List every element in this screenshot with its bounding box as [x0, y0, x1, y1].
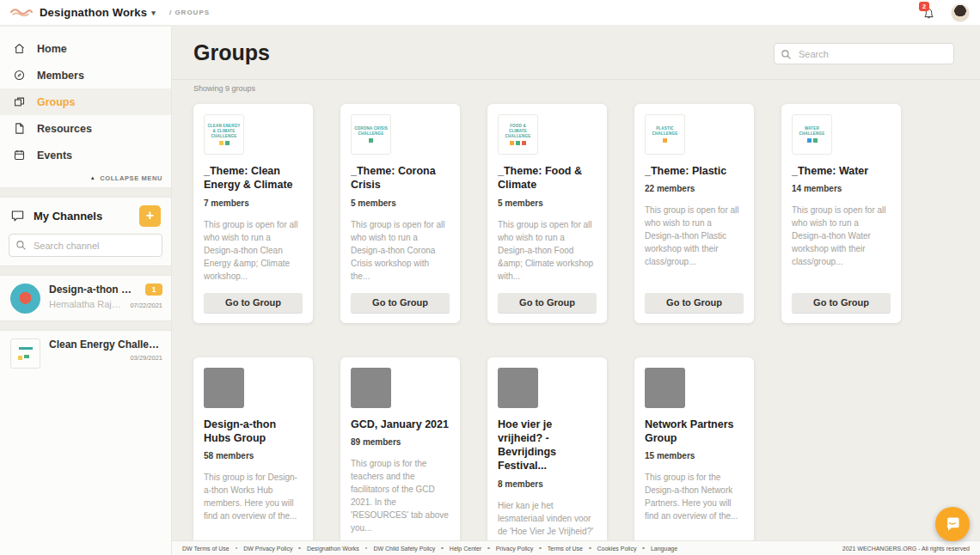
group-title: Design-a-thon Hubs Group	[204, 418, 303, 446]
groups-search-input[interactable]	[774, 43, 954, 64]
group-member-count: 14 members	[792, 184, 891, 193]
triangle-up-icon: ▲	[90, 175, 96, 180]
channel-name: Design-a-thon Works G...	[49, 284, 140, 296]
group-thumbnail-label: CORONA CRISIS CHALLENGE	[354, 126, 388, 137]
group-card: WATER CHALLENGE_Theme: Water14 membersTh…	[781, 104, 901, 323]
footer-link[interactable]: Privacy Policy	[496, 546, 534, 552]
group-description: This group is open for all who wish to r…	[204, 218, 303, 283]
top-bar: Designathon Works ▾ / GROUPS 2	[0, 0, 980, 26]
sidebar-item-members[interactable]: Members	[0, 62, 171, 88]
group-thumbnail-label: PLASTIC CHALLENGE	[648, 126, 682, 137]
sidebar-divider	[0, 265, 171, 276]
sidebar: HomeMembersGroupsResourcesEvents ▲ COLLA…	[0, 27, 172, 555]
footer-link[interactable]: DW Child Safety Policy	[373, 546, 435, 552]
chat-fab-button[interactable]	[935, 507, 970, 541]
footer-link[interactable]: DW Terms of Use	[182, 546, 230, 552]
group-title: _Theme: Corona Crisis	[351, 164, 450, 192]
group-thumbnail: WATER CHALLENGE	[792, 114, 832, 155]
group-description: This group is for the teachers and the f…	[351, 457, 450, 534]
group-member-count: 5 members	[351, 198, 450, 208]
chat-bubble-icon	[944, 515, 961, 533]
group-title: Hoe vier je vrijheid? - Bevrijdings Fest…	[498, 418, 597, 473]
footer-link-separator	[642, 547, 645, 550]
group-title: Network Partners Group	[645, 418, 744, 446]
groups-icon	[13, 95, 27, 109]
group-thumbnail-label: WATER CHALLENGE	[795, 126, 829, 137]
user-avatar[interactable]	[951, 3, 970, 22]
group-card: PLASTIC CHALLENGE_Theme: Plastic22 membe…	[634, 104, 754, 323]
notification-count-badge: 2	[919, 2, 929, 11]
group-thumbnail-label: CLEAN ENERGY & CLIMATE CHALLENGE	[207, 124, 241, 140]
group-thumbnail-label: FOOD & CLIMATE CHALLENGE	[501, 124, 535, 140]
channel-list-item[interactable]: Design-a-thon Works G...1Hemalatha Rajes…	[0, 276, 171, 320]
group-card: Design-a-thon Hubs Group58 membersThis g…	[193, 357, 313, 555]
footer-link[interactable]: Cookies Policy	[597, 546, 637, 552]
group-member-count: 89 members	[351, 437, 450, 447]
group-thumbnail-photo	[351, 368, 391, 408]
footer-link[interactable]: Designathon Works	[307, 546, 359, 552]
footer-link[interactable]: DW Privacy Policy	[243, 546, 292, 552]
footer-link-separator	[487, 547, 490, 550]
channel-search-input[interactable]	[9, 234, 162, 257]
group-title: _Theme: Plastic	[645, 164, 744, 178]
workspace-switcher[interactable]: Designathon Works ▾	[40, 6, 156, 19]
sidebar-item-label: Members	[37, 70, 84, 82]
group-member-count: 8 members	[498, 479, 597, 489]
footer: DW Terms of UseDW Privacy PolicyDesignat…	[172, 540, 980, 555]
sidebar-item-resources[interactable]: Resources	[0, 115, 171, 142]
groups-count-label: Showing 9 groups	[193, 84, 255, 93]
sidebar-divider	[0, 320, 171, 331]
main-content: Groups Showing 9 groups CLEAN ENERGY & C…	[172, 27, 980, 555]
group-thumbnail-photo	[498, 368, 538, 408]
notifications-button[interactable]: 2	[922, 5, 937, 21]
unread-count-badge: 1	[145, 284, 162, 296]
collapse-menu-button[interactable]: ▲ COLLAPSE MENU	[0, 168, 171, 187]
go-to-group-button[interactable]: Go to Group	[645, 293, 744, 313]
groups-grid: CLEAN ENERGY & CLIMATE CHALLENGE_Theme: …	[193, 104, 901, 555]
collapse-menu-label: COLLAPSE MENU	[100, 174, 162, 182]
sidebar-item-label: Resources	[37, 123, 92, 135]
go-to-group-button[interactable]: Go to Group	[792, 293, 891, 313]
channel-avatar	[10, 338, 40, 369]
search-icon	[781, 48, 792, 64]
footer-link[interactable]: Terms of Use	[548, 546, 583, 552]
group-card: Hoe vier je vrijheid? - Bevrijdings Fest…	[487, 357, 607, 555]
go-to-group-button[interactable]: Go to Group	[204, 293, 303, 313]
channel-last-message: Hemalatha Rajesh: ...	[49, 299, 125, 309]
group-thumbnail: PLASTIC CHALLENGE	[645, 114, 685, 155]
sidebar-divider	[0, 187, 171, 198]
events-icon	[13, 149, 27, 162]
add-channel-button[interactable]: +	[139, 205, 161, 227]
footer-link-separator	[539, 547, 542, 550]
channel-avatar	[10, 284, 40, 314]
channels-icon	[10, 210, 25, 223]
go-to-group-button[interactable]: Go to Group	[498, 293, 597, 313]
group-title: _Theme: Water	[792, 164, 891, 178]
group-description: This group is open for all who wish to r…	[792, 204, 891, 268]
group-card: FOOD & CLIMATE CHALLENGE_Theme: Food & C…	[487, 104, 607, 323]
group-thumbnail: CORONA CRISIS CHALLENGE	[351, 114, 391, 155]
footer-link-separator	[589, 547, 591, 550]
group-thumbnail: CLEAN ENERGY & CLIMATE CHALLENGE	[204, 114, 244, 155]
designathon-logo-icon	[10, 8, 33, 18]
footer-link-separator	[236, 547, 238, 550]
group-card: CORONA CRISIS CHALLENGE_Theme: Corona Cr…	[340, 104, 460, 323]
sidebar-item-events[interactable]: Events	[0, 142, 171, 168]
resources-icon	[13, 122, 27, 136]
sidebar-item-label: Groups	[37, 96, 75, 108]
sidebar-item-home[interactable]: Home	[0, 35, 171, 62]
group-title: GCD, January 2021	[351, 418, 450, 431]
channel-name: Clean Energy Challenge chan...	[49, 338, 162, 351]
page-title: Groups	[193, 40, 270, 65]
footer-link[interactable]: Language	[651, 546, 677, 552]
workspace-name: Designathon Works	[40, 6, 147, 19]
sidebar-item-label: Events	[37, 149, 72, 162]
sidebar-nav: HomeMembersGroupsResourcesEvents	[0, 27, 171, 168]
group-member-count: 15 members	[645, 451, 744, 460]
home-icon	[13, 42, 27, 56]
channel-list-item[interactable]: Clean Energy Challenge chan...03/29/2021	[0, 331, 171, 375]
footer-link[interactable]: Help Center	[450, 546, 481, 552]
go-to-group-button[interactable]: Go to Group	[351, 293, 450, 313]
sidebar-item-groups[interactable]: Groups	[0, 88, 171, 115]
group-member-count: 58 members	[204, 451, 303, 460]
